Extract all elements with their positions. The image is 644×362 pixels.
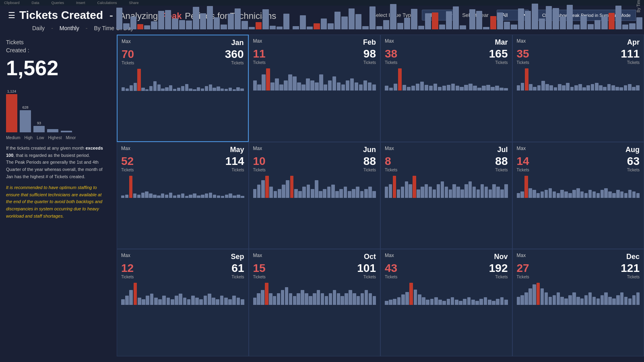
- mini-bar: [205, 86, 208, 91]
- hamburger-menu[interactable]: ☰: [8, 10, 15, 20]
- month-card-jan[interactable]: Max Jan 70 Tickets 360 Tickets: [117, 35, 249, 142]
- title-analyzing: Analyzing: [120, 11, 158, 21]
- tab-by-time-of-day[interactable]: By Time Of Day: [94, 25, 134, 31]
- mini-bar: [620, 292, 623, 305]
- card-header: Max Dec: [517, 253, 640, 261]
- tab-monthly[interactable]: Monthly: [60, 25, 79, 31]
- mini-bar: [477, 88, 481, 90]
- mini-bar: [576, 188, 580, 198]
- month-card-may[interactable]: Max May 52 Tickets 114 Tickets: [117, 142, 249, 249]
- month-stats: 43 Tickets 192 Tickets: [385, 262, 508, 279]
- mini-bar: [595, 83, 599, 90]
- mini-bar: [241, 299, 244, 305]
- month-card-aug[interactable]: Max Aug 14 Tickets 63 Tickets: [512, 142, 644, 249]
- mini-bar: [319, 191, 322, 198]
- menu-clipboard[interactable]: Clipboard: [4, 1, 20, 5]
- mini-bar: [628, 298, 632, 305]
- mini-bar: [195, 298, 199, 305]
- total-value: 111: [621, 47, 640, 60]
- mini-bar: [313, 293, 316, 305]
- menu-insert[interactable]: Insert: [76, 1, 85, 5]
- mini-bar: [153, 81, 157, 91]
- mini-bar: [568, 295, 572, 305]
- month-card-feb[interactable]: Max Feb 11 Tickets 98 Tickets: [249, 35, 381, 142]
- month-card-nov[interactable]: Max Nov 43 Tickets 192 Tickets: [380, 249, 512, 356]
- mini-bar: [426, 300, 429, 305]
- mini-bar: [253, 189, 257, 198]
- legend-medium: Medium: [6, 136, 21, 140]
- menu-queries[interactable]: Queries: [52, 1, 64, 5]
- mini-bar: [177, 195, 180, 198]
- title-dash: -: [109, 9, 116, 21]
- max-value: 8: [385, 155, 397, 168]
- mini-bar: [253, 80, 257, 90]
- mini-bar: [130, 85, 133, 91]
- mini-bar: [368, 187, 372, 198]
- bar-low: 93: [33, 121, 45, 132]
- month-card-oct[interactable]: Max Oct 15 Tickets 101 Tickets: [249, 249, 381, 356]
- mini-bar: [293, 76, 296, 90]
- mini-bar: [189, 88, 192, 91]
- mini-bar: [597, 193, 600, 198]
- month-card-jul[interactable]: Max Jul 8 Tickets 88 Tickets: [380, 142, 512, 249]
- year-select[interactable]: All: [497, 10, 529, 21]
- mini-bar: [407, 87, 411, 90]
- mini-bar: [237, 195, 240, 198]
- mini-bar: [261, 290, 264, 305]
- mini-bar: [169, 193, 172, 198]
- legend-low: Low: [37, 136, 44, 140]
- mini-bar: [558, 84, 561, 90]
- card-header: Max Apr: [517, 38, 640, 47]
- month-card-dec[interactable]: Max Dec 27 Tickets 121 Tickets: [512, 249, 644, 356]
- mini-bar: [632, 191, 636, 198]
- month-card-mar[interactable]: Max Mar 38 Tickets 165 Tickets: [380, 35, 512, 142]
- mini-bar: [257, 185, 261, 198]
- month-card-apr[interactable]: Max Apr 35 Tickets 111 Tickets: [512, 35, 644, 142]
- issue-type-select[interactable]: All: [422, 10, 454, 21]
- mini-bar: [289, 293, 292, 305]
- mini-bar: [141, 88, 144, 91]
- mini-bar: [449, 189, 452, 198]
- mini-bar: [389, 184, 392, 198]
- mini-bar: [636, 292, 640, 305]
- mini-bar: [549, 297, 552, 305]
- total-stat: 121 Tickets: [621, 262, 640, 279]
- mini-bar: [469, 84, 472, 90]
- month-card-sep[interactable]: Max Sep 12 Tickets 61 Tickets: [117, 249, 249, 356]
- mini-bar: [205, 193, 208, 198]
- legend-minor: Minor: [66, 136, 76, 140]
- peak-mode-button[interactable]: Click to show Peak Period in Summary Mod…: [537, 10, 636, 21]
- total-tickets-label: Tickets: [363, 168, 376, 172]
- bar-medium: 1,124: [6, 89, 17, 132]
- max-tickets-label: Tickets: [385, 60, 397, 65]
- mini-bar: [477, 189, 480, 198]
- mini-bar: [592, 191, 596, 198]
- mini-bars-container: [253, 281, 376, 305]
- mini-bar: [442, 86, 446, 90]
- month-card-jun[interactable]: Max Jun 10 Tickets 88 Tickets: [249, 142, 381, 249]
- mini-bar: [402, 85, 406, 90]
- mini-bar: [279, 84, 283, 90]
- mini-bar: [149, 193, 152, 198]
- mini-bar: [301, 84, 305, 90]
- mini-bar: [305, 293, 308, 305]
- mini-bar: [257, 293, 260, 305]
- menu-share[interactable]: Share: [129, 1, 139, 5]
- mini-bar: [616, 295, 619, 305]
- tab-daily[interactable]: Daily: [32, 25, 45, 31]
- mini-bar: [145, 191, 148, 198]
- mini-bar: [237, 298, 240, 305]
- bar-gray-4: [61, 131, 72, 132]
- main-content: TicketsCreated : 1,562 1,124 628 93: [0, 35, 644, 356]
- mini-bar: [459, 301, 462, 305]
- total-stat: 98 Tickets: [363, 47, 376, 65]
- mini-bar: [576, 297, 580, 305]
- menu-data[interactable]: Data: [32, 1, 39, 5]
- mini-bars-container: [385, 66, 508, 90]
- max-stat: 12 Tickets: [121, 262, 134, 279]
- menu-calculations[interactable]: Calculations: [97, 1, 117, 5]
- mini-bar: [353, 293, 356, 305]
- mini-bar: [220, 296, 224, 305]
- mini-bar: [335, 191, 339, 198]
- recommendation-text: It is recommended to have optimum staffi…: [6, 184, 109, 220]
